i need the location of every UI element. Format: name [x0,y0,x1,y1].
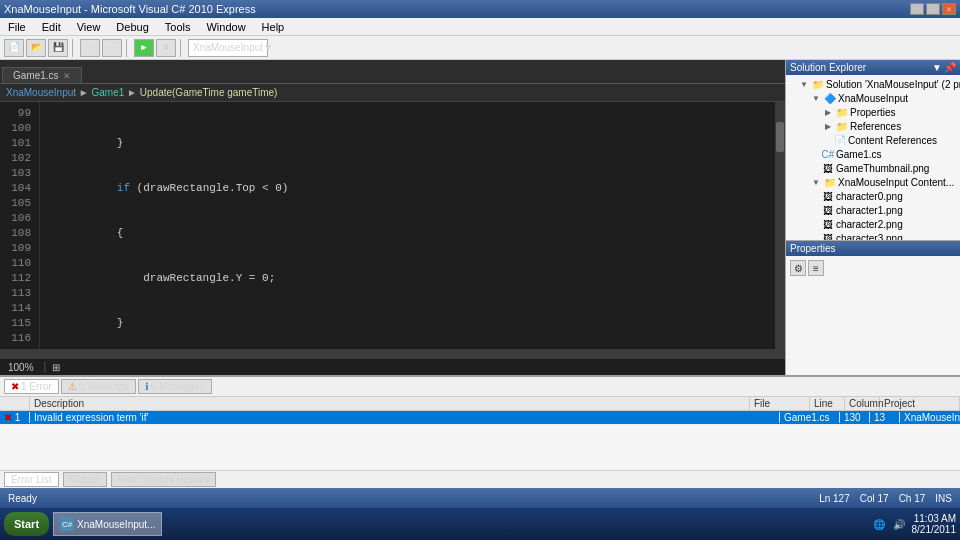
zoom-level[interactable]: 100% [4,362,38,373]
start-btn[interactable]: ▶ [134,39,154,57]
menu-file[interactable]: File [4,19,30,35]
code-content[interactable]: } if (drawRectangle.Top < 0) { drawRecta… [56,102,775,349]
error-line: 130 [840,412,870,423]
open-btn[interactable]: 📂 [26,39,46,57]
tab-output[interactable]: Output [63,472,107,487]
taskbar-clock: 11:03 AM 8/21/2011 [912,513,957,535]
status-ins: INS [935,493,952,504]
minimize-button[interactable]: ─ [910,3,924,15]
menu-debug[interactable]: Debug [112,19,152,35]
error-table-header: Description File Line Column Project [0,397,960,411]
code-line: } [64,316,767,331]
solution-explorer-header: Solution Explorer ▼ 📌 [786,60,960,75]
prop-btn1[interactable]: ⚙ [790,260,806,276]
save-btn[interactable]: 💾 [48,39,68,57]
tab-find-symbol[interactable]: Find Symbol Results [111,472,217,487]
char0-node[interactable]: 🖼 character0.png [786,189,960,203]
menu-help[interactable]: Help [258,19,289,35]
properties-node[interactable]: ▶ 📁 Properties [786,105,960,119]
sep1 [72,39,76,57]
message-icon: ℹ [145,381,149,392]
error-list-header: ✖ 1 Error ⚠ 0 Warnings ℹ 0 Messages [0,377,960,397]
menu-bar: File Edit View Debug Tools Window Help [0,18,960,36]
solution-root[interactable]: ▼ 📁 Solution 'XnaMouseInput' (2 pro...) [786,77,960,91]
error-rows: ✖ 1 Invalid expression term 'if' Game1.c… [0,411,960,425]
solution-title: Solution Explorer [790,62,866,73]
redo-btn[interactable]: ↪ [102,39,122,57]
code-line: } [64,136,767,151]
status-bar: Ready Ln 127 Col 17 Ch 17 INS [0,488,960,508]
error-tab-label: 1 Error [21,381,52,392]
error-tab-warnings[interactable]: ⚠ 0 Warnings [61,379,136,394]
pin-icon[interactable]: 📌 [944,62,956,73]
status-col: Col 17 [860,493,889,504]
close-tab-game1[interactable]: ✕ [63,71,71,81]
error-row[interactable]: ✖ 1 Invalid expression term 'if' Game1.c… [0,411,960,425]
prop-btn2[interactable]: ≡ [808,260,824,276]
code-editor: 99 100 101 102 103 104 105 106 108 109 1… [0,102,785,349]
configuration-dropdown[interactable]: XnaMouseInput ▼ [188,39,268,57]
scroll-thumb[interactable] [776,122,784,152]
title-controls: ─ □ ✕ [910,3,956,15]
content-area: Game1.cs ✕ XnaMouseInput ► Game1 ► Updat… [0,60,960,375]
tab-error-list[interactable]: Error List [4,472,59,487]
char3-node[interactable]: 🖼 character3.png [786,231,960,240]
col-line: Line [810,397,845,410]
solution-explorer: Solution Explorer ▼ 📌 ▼ 📁 Solution 'XnaM… [785,60,960,240]
breadcrumb-text: XnaMouseInput ► Game1 ► Update(GameTime … [6,87,277,98]
horizontal-scrollbar[interactable] [0,349,785,359]
stop-btn[interactable]: ■ [156,39,176,57]
error-tab-messages[interactable]: ℹ 0 Messages [138,379,212,394]
taskbar-vs-label: XnaMouseInput... [77,519,155,530]
file-tabs: Game1.cs ✕ [0,60,785,84]
content-project-node[interactable]: ▼ 📁 XnaMouseInput Content... [786,175,960,189]
new-btn[interactable]: 📄 [4,39,24,57]
error-description: Invalid expression term 'if' [30,412,780,423]
file-tab-game1[interactable]: Game1.cs ✕ [2,67,82,83]
char2-node[interactable]: 🖼 character2.png [786,217,960,231]
content-references-node[interactable]: 📄 Content References [786,133,960,147]
taskbar-vs[interactable]: C# XnaMouseInput... [53,512,162,536]
clock-time: 11:03 AM [912,513,957,524]
undo-btn[interactable]: ↩ [80,39,100,57]
taskbar-right: 🌐 🔊 11:03 AM 8/21/2011 [872,513,957,535]
menu-edit[interactable]: Edit [38,19,65,35]
maximize-button[interactable]: □ [926,3,940,15]
status-ln: Ln 127 [819,493,850,504]
breadcrumb: XnaMouseInput ► Game1 ► Update(GameTime … [0,84,785,102]
indicator-sidebar [40,102,56,349]
editor-section: Game1.cs ✕ XnaMouseInput ► Game1 ► Updat… [0,60,785,375]
error-table: Description File Line Column Project ✖ 1… [0,397,960,470]
char1-node[interactable]: 🖼 character1.png [786,203,960,217]
properties-toolbar: ⚙ ≡ [790,260,956,276]
message-tab-label: 0 Messages [151,381,205,392]
menu-view[interactable]: View [73,19,105,35]
error-list-container: ✖ 1 Error ⚠ 0 Warnings ℹ 0 Messages Desc… [0,375,960,470]
start-button[interactable]: Start [4,512,49,536]
game1-node[interactable]: C# Game1.cs [786,147,960,161]
collapse-icon[interactable]: ▼ [932,62,942,73]
vs-icon: C# [60,517,74,531]
code-line: { [64,226,767,241]
col-col: Column [845,397,880,410]
sep3 [180,39,184,57]
menu-tools[interactable]: Tools [161,19,195,35]
clock-date: 8/21/2011 [912,524,957,535]
thumbnail-node[interactable]: 🖼 GameThumbnail.png [786,161,960,175]
error-icon: ✖ [11,381,19,392]
error-tab-errors[interactable]: ✖ 1 Error [4,379,59,394]
title-bar: XnaMouseInput - Microsoft Visual C# 2010… [0,0,960,18]
line-numbers: 99 100 101 102 103 104 105 106 108 109 1… [0,102,40,349]
menu-window[interactable]: Window [202,19,249,35]
error-project: XnaMouseInput [900,412,960,423]
bottom-info-bar: 100% | ⊞ [0,359,785,375]
project-node[interactable]: ▼ 🔷 XnaMouseInput [786,91,960,105]
error-file: Game1.cs [780,412,840,423]
references-node[interactable]: ▶ 📁 References [786,119,960,133]
status-right: Ln 127 Col 17 Ch 17 INS [819,493,952,504]
vertical-scrollbar[interactable] [775,102,785,349]
error-col: 13 [870,412,900,423]
status-ch: Ch 17 [899,493,926,504]
close-button[interactable]: ✕ [942,3,956,15]
code-line: if (drawRectangle.Top < 0) [64,181,767,196]
